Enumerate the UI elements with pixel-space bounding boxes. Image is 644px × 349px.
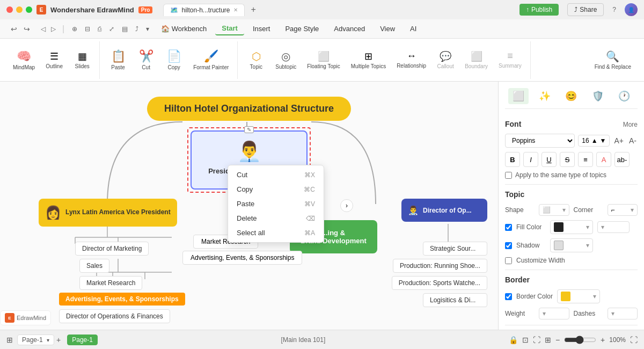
undo-button[interactable]: ↩ [9, 24, 19, 34]
action-btn-6[interactable]: ⤴ [132, 24, 142, 34]
action-btn-2[interactable]: ⊟ [82, 24, 93, 34]
zoom-slider[interactable] [564, 336, 596, 344]
menu-insert[interactable]: Insert [246, 23, 277, 35]
history-back[interactable]: ◁ [39, 24, 48, 34]
redo-button[interactable]: ↪ [21, 24, 32, 34]
panel-tab-style[interactable]: ⬜ [508, 88, 529, 104]
expand-icon[interactable]: ⛶ [630, 336, 638, 344]
close-button[interactable] [6, 6, 13, 13]
font-color-button[interactable]: A [596, 152, 611, 167]
underline-button[interactable]: U [541, 152, 557, 167]
panel-tab-magic[interactable]: ✨ [535, 88, 555, 104]
apply-same-type-checkbox[interactable] [505, 172, 512, 179]
customize-width-checkbox[interactable] [505, 257, 512, 264]
minimize-button[interactable] [16, 6, 23, 13]
page-tab-1-expand[interactable]: ▾ [47, 337, 49, 343]
zoom-out-icon[interactable]: − [555, 336, 560, 344]
history-forward[interactable]: ▷ [49, 24, 58, 34]
format-painter-tool[interactable]: 🖌️ Format Painter [189, 46, 233, 74]
add-tab-button[interactable]: + [251, 5, 256, 14]
page-tab-1[interactable]: Page-1 ▾ [17, 335, 54, 345]
help-button[interactable]: ? [612, 6, 616, 13]
shadow-checkbox[interactable] [505, 242, 512, 249]
slides-tool[interactable]: ▦ Slides [69, 47, 95, 73]
floating-topic-tool[interactable]: ⬜ Floating Topic [303, 47, 345, 73]
action-btn-7[interactable]: ▾ [143, 24, 152, 34]
right-dir-node[interactable]: 👨‍⚕️ Director of Op... [401, 199, 487, 222]
corner-select[interactable]: ⌐ ▾ [608, 204, 638, 216]
prod-watches-node[interactable]: Production: Sports Watche... [392, 276, 487, 290]
shape-select[interactable]: ⬜ ▾ [539, 204, 569, 216]
ctx-cut[interactable]: Cut ⌘X [228, 168, 324, 182]
fill-color-select[interactable]: ▾ [550, 220, 593, 234]
columns-icon[interactable]: ⊡ [522, 336, 529, 344]
logistics-node[interactable]: Logisitics & Di... [423, 293, 487, 307]
vp-node[interactable]: 👩 Lynx Latin America Vice President [39, 199, 177, 227]
file-tab[interactable]: 🗺️ hilton-h...tructure ✕ [163, 4, 244, 16]
align-button[interactable]: ≡ [578, 152, 593, 167]
ctx-select-all[interactable]: Select all ⌘A [228, 226, 324, 240]
dir-marketing-node[interactable]: Director of Marketing [75, 242, 149, 256]
adv-events-float-node[interactable]: Advertising, Events, & Sponsorships [182, 251, 302, 265]
fill-opacity-select[interactable]: ▾ [597, 221, 630, 233]
layout-toggle[interactable]: ⊞ [6, 336, 13, 344]
boundary-tool[interactable]: ⬜ Boundary [460, 47, 492, 73]
italic-button[interactable]: I [523, 152, 538, 167]
menu-workbench[interactable]: 🏠 Workbench [155, 23, 213, 35]
topic-tool[interactable]: ⬡ Topic [243, 47, 269, 74]
menu-ai[interactable]: AI [404, 23, 423, 35]
shadow-color-select[interactable]: ▾ [550, 238, 593, 252]
summary-tool[interactable]: ≡ Summary [494, 47, 526, 72]
action-btn-4[interactable]: ⤢ [106, 24, 118, 34]
callout-tool[interactable]: 💬 Callout [433, 47, 458, 73]
dashes-select[interactable]: ▾ [608, 308, 638, 319]
ctx-delete[interactable]: Delete ⌫ [228, 211, 324, 226]
publish-button[interactable]: ↑ Publish [519, 4, 559, 16]
sales-node[interactable]: Sales [79, 259, 109, 273]
maximize-button[interactable] [26, 6, 32, 13]
panel-tab-emoji[interactable]: 😊 [561, 88, 581, 104]
relationship-tool[interactable]: ↔ Relationship [392, 47, 430, 72]
menu-start[interactable]: Start [215, 22, 244, 35]
panel-tab-shield[interactable]: 🛡️ [588, 88, 608, 104]
panel-toggle-button[interactable]: › [340, 199, 353, 212]
share-button[interactable]: ⤴ Share [567, 3, 604, 16]
font-more-button[interactable]: More [623, 121, 638, 128]
copy-tool[interactable]: 📄 Copy [161, 46, 187, 74]
outline-tool[interactable]: ☰ Outline [41, 47, 67, 73]
fullscreen-icon[interactable]: ⛶ [533, 336, 540, 344]
border-color-select[interactable]: ▾ [557, 289, 600, 303]
find-replace-tool[interactable]: 🔍 Find & Replace [590, 47, 635, 74]
action-btn-1[interactable]: ⊕ [69, 24, 80, 34]
panel-tab-clock[interactable]: 🕐 [614, 88, 634, 104]
dir-ops-node[interactable]: Director of Operations & Finances [59, 309, 170, 323]
zoom-in-icon[interactable]: + [601, 336, 605, 344]
font-decrease-button[interactable]: A- [628, 135, 638, 146]
ctx-paste[interactable]: Paste ⌘V [228, 197, 324, 211]
paste-tool[interactable]: 📋 Paste [105, 46, 131, 74]
action-btn-5[interactable]: ▤ [119, 24, 131, 34]
add-page-button[interactable]: + [56, 336, 61, 344]
strikethrough-button[interactable]: S [560, 152, 575, 167]
ctx-copy[interactable]: Copy ⌘C [228, 182, 324, 197]
weight-select[interactable]: ▾ [539, 308, 569, 319]
font-size-up-icon[interactable]: ▲ [591, 137, 598, 144]
font-increase-button[interactable]: A+ [613, 135, 625, 146]
bold-button[interactable]: B [505, 152, 520, 167]
border-color-checkbox[interactable] [505, 293, 512, 300]
strategic-node[interactable]: Strategic Sour... [423, 242, 487, 256]
canvas[interactable]: Hilton Hotel Organizational Structure ✎ … [0, 82, 498, 330]
menu-view[interactable]: View [374, 23, 401, 35]
action-btn-3[interactable]: ⎙ [94, 24, 105, 34]
highlight-button[interactable]: ab- [614, 152, 630, 167]
menu-advanced[interactable]: Advanced [327, 23, 371, 35]
market-research-left-node[interactable]: Market Research [79, 276, 142, 290]
prod-shoes-node[interactable]: Production: Running Shoe... [393, 259, 487, 273]
adv-events-left-node[interactable]: Advertising, Events, & Sponsorships [59, 293, 185, 306]
menu-page-style[interactable]: Page Style [279, 23, 325, 35]
mindmap-tool[interactable]: 🧠 MindMap [9, 46, 39, 74]
fill-color-checkbox[interactable] [505, 224, 512, 231]
subtopic-tool[interactable]: ◎ Subtopic [271, 47, 301, 74]
tab-close-icon[interactable]: ✕ [233, 7, 238, 13]
fit-icon[interactable]: ⊞ [545, 336, 551, 344]
